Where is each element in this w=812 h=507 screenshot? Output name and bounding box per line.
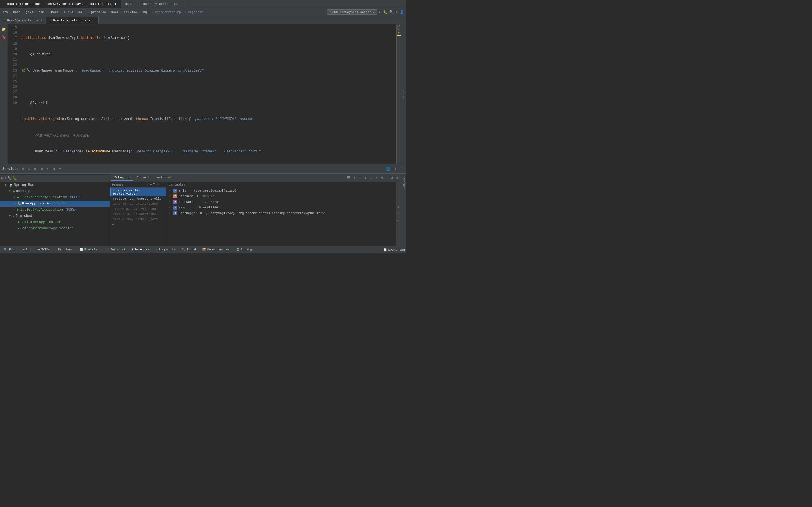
tree-springboot[interactable]: ▼ 🍃 Spring Boot — [0, 182, 110, 188]
bottom-tab-services[interactable]: ⚙ Services — [129, 246, 152, 253]
run-config-selector[interactable]: ⚡ ZuulGetWayApplication ▾ — [327, 9, 377, 15]
breadcrumb-com[interactable]: com — [38, 10, 44, 14]
file-tab-usercontroller[interactable]: J UserController.java — [0, 17, 46, 24]
bottom-tab-run[interactable]: ▶ Run — [20, 246, 34, 253]
tree-eureka[interactable]: › ▶ EurekaServerApplication :8000/ — [0, 194, 110, 201]
nav-down-icon[interactable]: ▼ — [398, 31, 400, 34]
bottom-tab-profiler[interactable]: 📊 Profiler — [77, 246, 102, 253]
settings2-icon[interactable]: ⚙ — [395, 175, 400, 180]
step-over-icon[interactable]: ⬆ — [352, 175, 357, 180]
group-icon[interactable]: ▦ — [40, 167, 44, 171]
tree-finished[interactable]: ▼ ✓ Finished — [0, 213, 110, 219]
breadcrumb-imooc[interactable]: imooc — [49, 10, 59, 14]
project-icon[interactable]: 📁 — [1, 26, 7, 32]
evaluate-icon[interactable]: ⚡ — [375, 175, 379, 180]
tab-console[interactable]: Console — [133, 175, 153, 181]
event-log-icon[interactable]: 📋 — [383, 248, 387, 251]
frames-more-icon[interactable]: ▸ — [112, 222, 114, 226]
frame-item-0[interactable]: ✓ register:24, UserServiceIn — [110, 187, 166, 196]
var-password[interactable]: › P password = "12345678" — [166, 199, 396, 205]
code-editor[interactable]: 15 16 17 18 19 20 21 22 23 24 25 26 27 2… — [8, 24, 396, 164]
tree-userapplication[interactable]: › 🐛 UserApplication :8081/ — [0, 201, 110, 207]
debug-button[interactable]: 🐛 — [383, 10, 387, 14]
bottom-tab-problems[interactable]: ⚠ Problems — [52, 246, 75, 253]
frame-item-5[interactable]: invoke:498, Method (java — [110, 217, 166, 222]
title-tab-1[interactable]: cloud-mall-practice – UserServiceImpl.ja… — [0, 0, 121, 8]
tab-debugger[interactable]: Debugger — [111, 175, 133, 181]
expand-all-icon[interactable]: ⊞ — [33, 167, 38, 171]
breadcrumb-service[interactable]: service — [124, 10, 137, 14]
breadcrumb-class[interactable]: UserServiceImpl — [155, 10, 183, 14]
code-line-16: @Autowired — [21, 52, 396, 57]
breadcrumb-java[interactable]: java — [26, 10, 33, 14]
frames-settings-icon[interactable]: ▾ — [159, 182, 161, 187]
breadcrumb-user[interactable]: user — [111, 10, 119, 14]
wrench-icon[interactable]: 🔧 — [7, 176, 11, 180]
tree-cartorder[interactable]: ● CartOrderApplication — [0, 219, 110, 225]
tree-categoryproduct[interactable]: ● CategoryProductApplication — [0, 225, 110, 231]
stop-icon[interactable]: ■ — [4, 176, 6, 180]
tab-actuator[interactable]: Actuator — [154, 175, 175, 181]
run-button[interactable]: ▶ — [379, 10, 381, 14]
frames-filter-icon[interactable]: ⚡ — [156, 182, 158, 187]
maven-sidebar[interactable]: Maven — [401, 24, 406, 164]
nav-up-icon[interactable]: ▲ — [398, 28, 400, 31]
frame-item-4[interactable]: invoke:43, DelegatingMe — [110, 212, 166, 217]
filter-icon[interactable]: ⚡ — [46, 167, 50, 171]
collapse-all-icon[interactable]: ⊟ — [27, 167, 32, 171]
var-result[interactable]: › ≡ result = {User@11266} — [166, 205, 396, 210]
refresh-icon[interactable]: ↺ — [21, 167, 26, 171]
spring-icon: 🍃 — [8, 183, 13, 187]
search-icon[interactable]: 🔍 — [389, 10, 393, 14]
panel-minimize-icon[interactable]: — — [399, 167, 404, 171]
bottom-tab-todo[interactable]: ☰ TODO — [35, 246, 52, 253]
restore-layout-icon[interactable]: ⊡ — [390, 175, 394, 180]
breadcrumb-cloud[interactable]: cloud — [64, 10, 73, 14]
frame-item-1[interactable]: register:38, UserControlle — [110, 196, 166, 202]
bottom-tab-endpoints[interactable]: ↗ Endpoints — [153, 246, 178, 253]
frames-up-icon[interactable]: ▲ — [150, 182, 152, 187]
add-icon[interactable]: + — [58, 167, 63, 171]
breadcrumb-main[interactable]: main — [13, 10, 20, 14]
step-into-icon[interactable]: ⬇ — [358, 175, 362, 180]
bottom-tab-dependencies[interactable]: 📦 Dependencies — [199, 246, 232, 253]
breadcrumb-mall[interactable]: mall — [79, 10, 86, 14]
event-log-label[interactable]: Event Log — [388, 248, 405, 251]
title-tab-2[interactable]: mall – UploadServiceImpl.java — [121, 0, 184, 8]
breadcrumb-src[interactable]: src — [2, 10, 8, 14]
frames-down-icon[interactable]: ▼ — [153, 182, 155, 187]
var-usermapper[interactable]: › OO userMapper = {$Proxy94@11262} "org.… — [166, 210, 396, 216]
toggle-breakpoints-icon[interactable]: ⊘ — [380, 175, 385, 180]
breadcrumb-method[interactable]: register — [188, 10, 203, 14]
file-tab-userserviceimpl[interactable]: J UserServiceImpl.java ✕ — [46, 17, 98, 24]
structure-sidebar[interactable]: Structure — [396, 182, 401, 245]
var-this-eq: = — [189, 189, 191, 192]
frame-item-3[interactable]: invoke:62, NativeMethod — [110, 207, 166, 212]
sort-icon[interactable]: ⇅ — [52, 167, 56, 171]
bottom-tab-build[interactable]: 🔨 Build — [179, 246, 199, 253]
run-to-cursor-icon[interactable]: ↕ — [369, 175, 373, 180]
breadcrumb-impl[interactable]: impl — [142, 10, 149, 14]
panel-settings-icon[interactable]: ⚙ — [393, 167, 397, 171]
breadcrumb-practice[interactable]: practice — [91, 10, 106, 14]
tree-zuul[interactable]: › ▶ ZuulGetWayApplication :8083/ — [0, 207, 110, 213]
var-this[interactable]: › ≡ this = {UserServiceImpl@11235} — [166, 188, 396, 193]
play-icon[interactable]: ▶ — [1, 176, 3, 180]
bottom-tab-terminal[interactable]: ⬛ Terminal — [103, 246, 128, 253]
bottom-tab-spring[interactable]: 🍃 Spring — [233, 246, 255, 253]
frame-item-2[interactable]: invoke0:-1, NativeMethod — [110, 202, 166, 207]
frames-icon[interactable]: ☰ — [347, 175, 351, 180]
file-tab-close[interactable]: ✕ — [93, 19, 95, 22]
database-sidebar[interactable]: Database — [401, 173, 406, 245]
var-username[interactable]: › P username = "mumu9" — [166, 193, 396, 199]
bookmark-icon[interactable]: 🔖 — [1, 34, 7, 40]
profile-icon[interactable]: 👤 — [400, 10, 404, 14]
maven-label: Maven — [402, 90, 405, 98]
bug-icon[interactable]: 🐛 — [13, 176, 17, 180]
frames-add-icon[interactable]: + — [162, 182, 164, 187]
settings-icon[interactable]: ⚙ — [396, 10, 398, 14]
bottom-tab-find[interactable]: 🔍 Find — [1, 246, 19, 253]
step-out-icon[interactable]: ⬆ — [363, 175, 368, 180]
tree-running[interactable]: ▼ ▶ Running — [0, 188, 110, 194]
globe-icon[interactable]: 🌐 — [386, 167, 390, 171]
